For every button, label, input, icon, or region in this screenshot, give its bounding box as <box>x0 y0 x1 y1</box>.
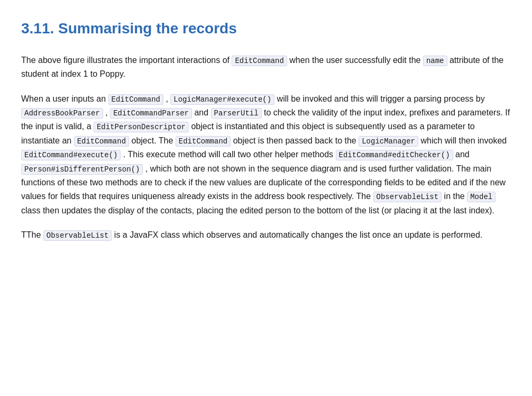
code-inline: name <box>423 56 447 66</box>
text-span: and <box>453 150 470 159</box>
text-span: is a JavaFX class which observes and aut… <box>112 230 482 239</box>
code-inline: EditCommand <box>74 136 129 147</box>
text-span: , <box>163 94 170 103</box>
text-span: object. The <box>129 136 176 145</box>
paragraph-p3: TThe ObservableList is a JavaFX class wh… <box>21 228 511 242</box>
paragraph-p1: The above figure illustrates the importa… <box>21 53 511 82</box>
text-span: The above figure illustrates the importa… <box>21 56 232 65</box>
text-span: , <box>103 108 110 117</box>
text-span: class then updates the display of the co… <box>21 206 494 215</box>
text-span: When a user inputs an <box>21 94 108 103</box>
text-span: when the user successfully edit the <box>287 56 423 65</box>
text-span: which will then invoked <box>418 136 507 145</box>
text-span: and <box>192 108 211 117</box>
page-title: 3.11. Summarising the records <box>21 17 511 41</box>
text-span: in the <box>442 192 467 201</box>
code-inline: ObservableList <box>43 230 112 241</box>
content-area: The above figure illustrates the importa… <box>21 53 511 242</box>
code-inline: EditCommand#execute() <box>21 150 121 160</box>
code-inline: ObservableList <box>373 192 442 202</box>
code-inline: LogicManager#execute() <box>170 94 274 105</box>
code-inline: AddressBookParser <box>21 108 103 119</box>
paragraph-p2: When a user inputs an EditCommand , Logi… <box>21 92 511 218</box>
code-inline: EditCommand <box>176 136 231 147</box>
code-inline: EditCommand <box>108 94 163 105</box>
text-span: will be invoked and this will trigger a … <box>274 94 485 103</box>
code-inline: EditCommandParser <box>110 108 192 119</box>
text-span: TThe <box>21 230 43 239</box>
code-inline: EditCommand#editChecker() <box>336 150 453 160</box>
code-inline: Person#isDifferentPerson() <box>21 164 143 175</box>
text-span: . This execute method will call two othe… <box>121 150 335 159</box>
code-inline: Model <box>467 192 496 202</box>
code-inline: EditCommand <box>232 56 287 66</box>
code-inline: EditPersonDescriptor <box>94 122 189 132</box>
code-inline: ParserUtil <box>211 108 262 119</box>
text-span: object is then passed back to the <box>231 136 359 145</box>
code-inline: LogicManager <box>359 136 418 147</box>
